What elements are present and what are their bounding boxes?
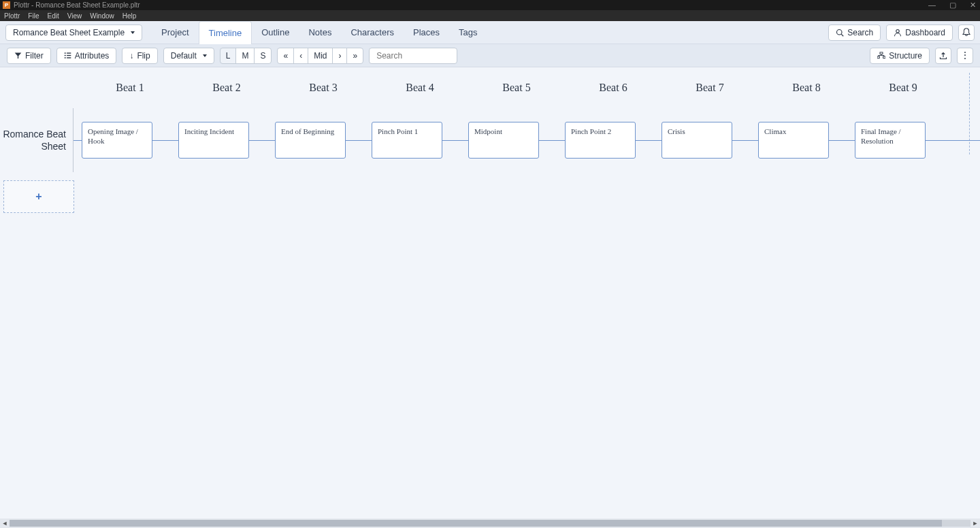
bell-icon: [962, 28, 970, 37]
export-button[interactable]: [935, 48, 951, 64]
add-plotline-button[interactable]: +: [3, 180, 74, 213]
toolbar: Filter Attributes ↓ Flip Default L M S «…: [0, 44, 980, 67]
search-button[interactable]: Search: [828, 24, 881, 41]
svg-point-2: [896, 29, 900, 33]
filter-button[interactable]: Filter: [7, 48, 51, 64]
cards-strip: Opening Image / Hook Inciting Incident E…: [74, 122, 951, 159]
more-actions-button[interactable]: ⋮: [957, 48, 973, 64]
beat-header[interactable]: Beat 1: [82, 82, 178, 94]
scene-card[interactable]: Climax: [758, 122, 829, 159]
menu-file[interactable]: File: [28, 12, 39, 20]
plus-icon: +: [35, 191, 42, 203]
horizontal-scrollbar[interactable]: ◄ ►: [0, 518, 980, 528]
main-tabs: Project Timeline Outline Notes Character…: [152, 21, 487, 44]
scene-card[interactable]: End of Beginning: [275, 122, 346, 159]
window-maximize-icon[interactable]: ▢: [949, 1, 956, 10]
dashboard-button[interactable]: Dashboard: [886, 24, 953, 41]
nav-mid[interactable]: Mid: [308, 48, 333, 64]
menu-help[interactable]: Help: [122, 12, 137, 20]
structure-icon: [877, 52, 885, 59]
notifications-button[interactable]: [958, 24, 975, 41]
flip-button[interactable]: ↓ Flip: [122, 48, 157, 64]
svg-rect-9: [880, 52, 883, 54]
svg-rect-7: [64, 57, 65, 58]
window-controls: — ▢ ✕: [928, 1, 976, 10]
menu-window[interactable]: Window: [90, 12, 114, 20]
attributes-button[interactable]: Attributes: [56, 48, 117, 64]
zoom-size-l[interactable]: L: [220, 48, 237, 64]
tab-places[interactable]: Places: [404, 21, 449, 44]
beat-header[interactable]: Beat 7: [662, 82, 758, 94]
search-icon: [836, 29, 844, 37]
filter-label: Filter: [25, 51, 44, 61]
timeline-nav-group: « ‹ Mid › »: [277, 48, 363, 64]
nav-next[interactable]: ›: [332, 48, 347, 64]
kebab-icon: ⋮: [960, 53, 970, 58]
dashboard-button-label: Dashboard: [905, 28, 945, 37]
beat-header[interactable]: Beat 2: [178, 82, 275, 94]
beat-header-row: Beat 1 Beat 2 Beat 3 Beat 4 Beat 5 Beat …: [0, 67, 980, 108]
structure-label: Structure: [889, 51, 922, 61]
plotline-title-text: Romance Beat Sheet: [0, 128, 66, 152]
window-close-icon[interactable]: ✕: [970, 1, 976, 10]
filter-icon: [14, 52, 22, 59]
title-bar: P Plottr - Romance Beat Sheet Example.pl…: [0, 0, 980, 10]
svg-rect-10: [877, 56, 879, 59]
svg-rect-8: [67, 57, 71, 58]
menu-view[interactable]: View: [67, 12, 82, 20]
chevron-double-left-icon: «: [283, 51, 288, 61]
tab-notes[interactable]: Notes: [299, 21, 341, 44]
user-icon: [894, 29, 902, 37]
nav-last[interactable]: »: [346, 48, 363, 64]
scroll-right-icon[interactable]: ►: [970, 520, 980, 527]
svg-rect-5: [64, 55, 65, 56]
beat-header[interactable]: Beat 4: [372, 82, 468, 94]
zoom-size-m[interactable]: M: [235, 48, 255, 64]
zoom-size-s[interactable]: S: [254, 48, 272, 64]
zoom-size-group: L M S: [220, 48, 272, 64]
attributes-label: Attributes: [75, 51, 110, 61]
chevron-left-icon: ‹: [299, 51, 302, 61]
scene-card[interactable]: Crisis: [662, 122, 732, 159]
scene-card[interactable]: Midpoint: [468, 122, 539, 159]
scroll-thumb[interactable]: [10, 520, 942, 527]
timeline-search-input[interactable]: [369, 48, 457, 64]
scene-card[interactable]: Final Image / Resolution: [855, 122, 926, 159]
scene-card[interactable]: Inciting Incident: [178, 122, 249, 159]
scene-card[interactable]: Opening Image / Hook: [82, 122, 152, 159]
plotline-row: Romance Beat Sheet Opening Image / Hook …: [0, 108, 980, 172]
caret-down-icon: [203, 54, 207, 57]
beat-header[interactable]: Beat 6: [565, 82, 662, 94]
app-icon: P: [3, 1, 10, 9]
project-selector-label: Romance Beat Sheet Example: [13, 28, 125, 37]
beat-header[interactable]: Beat 9: [855, 82, 951, 94]
window-minimize-icon[interactable]: —: [928, 1, 936, 10]
nav-prev[interactable]: ‹: [293, 48, 308, 64]
tab-outline[interactable]: Outline: [252, 21, 299, 44]
nav-first[interactable]: «: [277, 48, 294, 64]
nav-bar: Romance Beat Sheet Example Project Timel…: [0, 21, 980, 44]
timeline-canvas: Beat 1 Beat 2 Beat 3 Beat 4 Beat 5 Beat …: [0, 67, 980, 518]
tab-characters[interactable]: Characters: [341, 21, 404, 44]
svg-rect-3: [64, 52, 65, 53]
scroll-track[interactable]: [10, 520, 970, 527]
menu-edit[interactable]: Edit: [47, 12, 59, 20]
structure-button[interactable]: Structure: [870, 48, 930, 64]
scroll-left-icon[interactable]: ◄: [0, 520, 10, 527]
tab-timeline[interactable]: Timeline: [199, 21, 252, 44]
tab-project[interactable]: Project: [152, 21, 198, 44]
menu-plottr[interactable]: Plottr: [4, 12, 20, 20]
svg-rect-11: [883, 56, 885, 59]
beat-header[interactable]: Beat 3: [275, 82, 372, 94]
scene-card[interactable]: Pinch Point 2: [565, 122, 636, 159]
chevron-double-right-icon: »: [353, 51, 357, 61]
zoom-preset-selector[interactable]: Default: [163, 48, 214, 64]
tab-tags[interactable]: Tags: [449, 21, 487, 44]
beat-header[interactable]: Beat 8: [758, 82, 855, 94]
search-button-label: Search: [847, 28, 873, 37]
scene-card[interactable]: Pinch Point 1: [372, 122, 442, 159]
svg-point-0: [837, 29, 843, 35]
project-selector[interactable]: Romance Beat Sheet Example: [5, 24, 142, 41]
plotline-title[interactable]: Romance Beat Sheet: [0, 108, 74, 172]
beat-header[interactable]: Beat 5: [468, 82, 565, 94]
